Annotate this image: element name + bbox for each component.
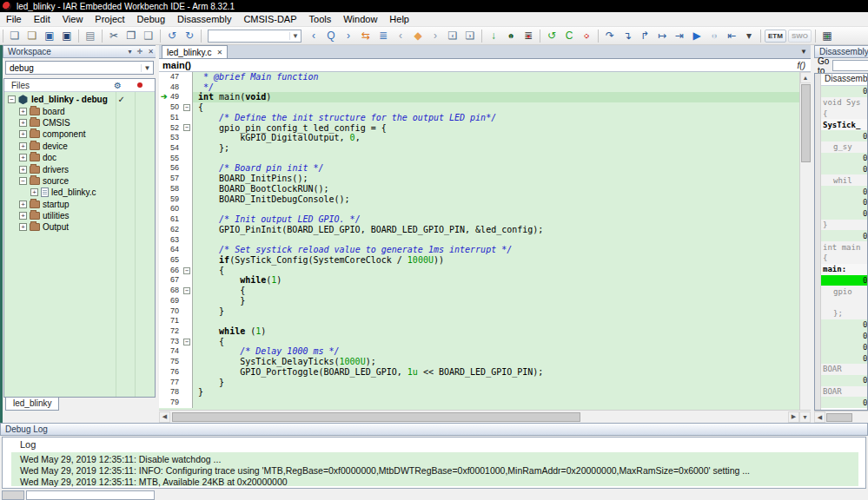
expand-icon[interactable]: + [30,188,38,196]
workspace-tab[interactable]: led_blinky [5,398,59,411]
fold-column[interactable] [182,82,193,93]
disassembly-row[interactable]: BOAR [821,364,867,375]
save-all-icon[interactable]: ▣ [59,29,75,43]
fold-column[interactable] [182,255,193,266]
code-line-57[interactable]: 57 BOARD_InitPins(); [159,174,799,184]
tree-item-output[interactable]: +Output [4,221,155,233]
tree-item-led-blinky-debug[interactable]: −led_blinky - debug✓ [4,94,155,105]
break-icon[interactable]: ●‖ [706,29,722,43]
stop-debug-icon[interactable]: ●✕ [579,29,594,43]
menu-item-window[interactable]: Window [337,13,383,25]
code-line-48[interactable]: 48 */ [159,82,799,93]
step-out-icon[interactable]: ↱ [637,29,653,43]
config-selector[interactable]: debug ▼ [5,61,154,75]
download-icon[interactable]: ↓ [486,29,501,43]
disassembly-row[interactable]: 0 [821,197,867,208]
reset-target-icon[interactable]: ⇤ [724,29,739,43]
collapse-icon[interactable]: − [19,177,27,185]
code-line-71[interactable]: 71 [159,316,799,326]
swo-button[interactable]: SWO [788,30,812,43]
menu-item-cmsisdap[interactable]: CMSIS-DAP [237,13,302,25]
disassembly-row[interactable]: 0 [821,186,867,197]
fold-column[interactable] [182,316,193,326]
fold-column[interactable]: − [182,286,193,296]
disassembly-row[interactable]: }; [821,308,867,319]
pin-icon[interactable]: ✛ [137,48,143,56]
code-line-69[interactable]: 69 } [159,296,799,306]
horizontal-scrollbar[interactable]: ◀ ▶ ▼ [159,410,811,423]
expand-icon[interactable]: + [19,130,27,138]
collapse-icon[interactable]: − [8,95,16,103]
expand-icon[interactable]: + [19,142,27,150]
disassembly-row[interactable]: 0 [821,164,867,175]
step-over-icon[interactable]: ↷ [602,29,618,43]
fold-column[interactable]: − [182,337,193,347]
fold-column[interactable] [182,306,193,317]
expand-icon[interactable]: + [19,108,27,115]
code-line-56[interactable]: 56 /* Board pin init */ [159,163,799,174]
disassembly-row[interactable]: int main [821,241,867,253]
code-line-50[interactable]: 50−{ [159,102,799,113]
run-to-cursor-icon[interactable]: ⇥ [672,29,687,43]
menu-item-tools[interactable]: Tools [303,13,338,25]
fold-column[interactable] [182,72,193,82]
fold-collapse-icon[interactable]: − [183,267,190,274]
disassembly-row[interactable]: 0 [821,230,867,241]
fold-column[interactable] [182,225,193,235]
fold-column[interactable] [182,387,193,398]
code-line-55[interactable]: 55 [159,154,799,164]
disassembly-row[interactable]: 0 [821,130,867,141]
fold-column[interactable] [182,235,193,246]
disassembly-row[interactable]: gpio [821,286,867,297]
scrollbar-thumb[interactable] [801,84,811,162]
code-line-68[interactable]: 68− { [159,286,799,296]
new-document-icon[interactable]: ❏ [7,29,23,43]
scrollbar-thumb[interactable] [172,412,580,422]
find-icon[interactable]: Q [323,29,339,43]
disassembly-column-header[interactable]: Disassembly [821,74,867,86]
files-header[interactable]: Files ⚙ [4,79,155,92]
redo-icon[interactable]: ↻ [182,29,197,43]
close-icon[interactable]: ✕ [148,48,154,56]
fold-column[interactable] [182,275,193,286]
code-line-72[interactable]: 72 while (1) [159,326,799,337]
fold-collapse-icon[interactable]: − [183,287,190,294]
disassembly-row[interactable]: main: [821,264,867,275]
scroll-right-icon[interactable]: ▶ [788,411,799,423]
code-line-79[interactable]: 79 [159,398,799,408]
disassembly-row[interactable]: { [821,109,867,120]
disassembly-row[interactable]: void Sys [821,97,867,109]
disassembly-row[interactable]: 0 [821,153,867,164]
current-function-label[interactable]: main() [162,60,191,70]
etm-button[interactable]: ETM [765,30,786,43]
code-line-65[interactable]: 65 if(SysTick_Config(SystemCoreClock / 1… [159,255,799,266]
code-line-76[interactable]: 76 GPIO_PortToggle(BOARD_LED_GPIO, 1u <<… [159,367,799,378]
chevron-down-icon[interactable]: ▼ [289,32,301,40]
next-file-icon[interactable]: ❏› [462,29,478,43]
code-line-51[interactable]: 51 /* Define the init structure for the … [159,113,799,123]
disassembly-current-row[interactable]: 0 [821,275,867,286]
code-line-78[interactable]: 78} [159,387,799,398]
fold-column[interactable]: − [182,102,193,113]
tree-item-utilities[interactable]: +utilities [4,210,155,221]
menu-item-debug[interactable]: Debug [131,13,171,25]
prev-bookmark-icon[interactable]: ‹ [393,29,408,43]
tree-item-led-blinky-c[interactable]: +led_blinky.c [4,187,155,198]
expand-icon[interactable]: + [19,154,27,161]
fold-column[interactable] [182,154,193,164]
fold-column[interactable] [182,143,193,154]
fold-column[interactable] [182,194,193,205]
code-line-52[interactable]: 52− gpio_pin_config_t led_config = { [159,123,799,134]
code-line-62[interactable]: 62 GPIO_PinInit(BOARD_LED_GPIO, BOARD_LE… [159,225,799,235]
code-line-77[interactable]: 77 } [159,378,799,388]
panel-menu-icon[interactable]: ▾ [129,48,132,56]
bottom-tab[interactable] [2,490,24,500]
code-line-64[interactable]: 64 /* Set systick reload value to genera… [159,245,799,255]
disassembly-row[interactable]: whil [821,174,867,186]
fold-column[interactable] [182,174,193,184]
open-file-icon[interactable]: ❏ [24,29,40,43]
code-area[interactable]: 47 * @brief Main function48 */49➔int mai… [159,72,799,410]
code-line-73[interactable]: 73− { [159,337,799,347]
code-line-49[interactable]: 49➔int main(void) [159,92,799,102]
next-statement-icon[interactable]: ↦ [654,29,670,43]
